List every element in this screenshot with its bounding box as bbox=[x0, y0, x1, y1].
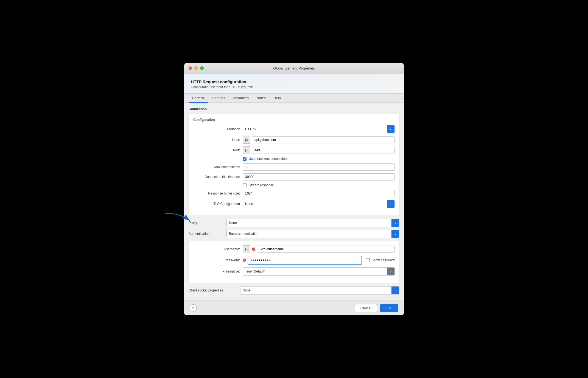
username-input[interactable] bbox=[257, 246, 395, 253]
proxy-select-arrow: ⌄ bbox=[391, 219, 399, 227]
tls-control: None ⌄ bbox=[243, 200, 395, 208]
tls-row: TLS Configuration None ⌄ bbox=[193, 200, 395, 208]
username-control: fx ✕ bbox=[243, 245, 395, 253]
tabs-container: General Settings Advanced Notes Help bbox=[184, 94, 404, 103]
protocol-row: Protocol: HTTPS HTTP ⌄ bbox=[193, 125, 395, 133]
persistent-connections-label: Use persistent connections bbox=[249, 157, 288, 161]
response-buffer-row: Response buffer size: bbox=[193, 190, 395, 197]
persistent-connections-row: Use persistent connections bbox=[193, 157, 395, 161]
client-socket-select-arrow: ⌄ bbox=[391, 287, 399, 294]
minimize-button[interactable] bbox=[194, 66, 198, 70]
auth-select-wrapper[interactable]: Basic authentication None ⌄ bbox=[226, 230, 399, 238]
connection-section-label: Connection bbox=[189, 107, 399, 111]
ok-button[interactable]: OK bbox=[380, 304, 398, 312]
auth-section: Authentication Basic authentication None… bbox=[189, 230, 399, 283]
host-fx-button[interactable]: fx bbox=[243, 136, 250, 144]
response-buffer-input[interactable] bbox=[243, 190, 395, 197]
preemptive-select-wrapper[interactable]: True (Default) False ⌄ bbox=[243, 267, 395, 276]
show-password-label: Show password bbox=[371, 258, 395, 262]
preemptive-label: Preemptive: bbox=[193, 269, 243, 273]
auth-select-arrow: ⌄ bbox=[391, 230, 399, 238]
auth-card: Username: fx ✕ Password: ✕ bbox=[189, 241, 399, 283]
client-socket-row: Client socket properties None ⌄ bbox=[189, 286, 399, 294]
max-connections-row: Max connections: bbox=[193, 163, 395, 171]
tab-general[interactable]: General bbox=[189, 94, 208, 103]
preemptive-control: True (Default) False ⌄ bbox=[243, 267, 395, 276]
window-controls bbox=[189, 66, 204, 70]
tab-notes[interactable]: Notes bbox=[253, 94, 269, 103]
host-input[interactable] bbox=[252, 136, 395, 143]
dialog-header: HTTP Request configuration Configuration… bbox=[184, 74, 404, 94]
configuration-card: Configuration Protocol: HTTPS HTTP ⌄ bbox=[189, 113, 399, 215]
tls-select[interactable]: None bbox=[243, 201, 387, 207]
password-error-indicator: ✕ bbox=[243, 259, 246, 262]
proxy-select-wrapper[interactable]: None ⌄ bbox=[226, 219, 399, 227]
password-input[interactable] bbox=[248, 256, 362, 265]
idle-timeout-input[interactable] bbox=[243, 173, 395, 180]
preemptive-select-arrow: ⌄ bbox=[387, 268, 394, 275]
tls-label: TLS Configuration bbox=[193, 202, 243, 206]
port-row: Port: fx bbox=[193, 146, 395, 154]
tab-advanced[interactable]: Advanced bbox=[229, 94, 252, 103]
footer-buttons: Cancel OK bbox=[355, 304, 398, 312]
auth-select[interactable]: Basic authentication None bbox=[227, 230, 391, 237]
host-label: Host: bbox=[193, 138, 243, 142]
show-password-checkbox[interactable] bbox=[366, 258, 370, 262]
dialog-title: Global Element Properties bbox=[273, 66, 315, 70]
dialog-footer: ? Cancel OK bbox=[184, 301, 404, 315]
tls-select-arrow: ⌄ bbox=[387, 200, 394, 208]
username-row: Username: fx ✕ bbox=[193, 245, 395, 253]
response-buffer-control bbox=[243, 190, 395, 197]
response-buffer-label: Response buffer size: bbox=[193, 191, 243, 195]
proxy-label: Proxy bbox=[189, 221, 224, 225]
tab-settings[interactable]: Settings bbox=[209, 94, 228, 103]
client-socket-select-wrapper[interactable]: None ⌄ bbox=[240, 286, 399, 294]
idle-timeout-control bbox=[243, 173, 395, 180]
username-error-indicator: ✕ bbox=[252, 248, 255, 251]
stream-response-row: Stream response bbox=[193, 183, 395, 187]
maximize-button[interactable] bbox=[200, 66, 204, 70]
cancel-button[interactable]: Cancel bbox=[355, 304, 377, 312]
max-connections-control bbox=[243, 163, 395, 171]
proxy-select[interactable]: None bbox=[227, 219, 391, 226]
client-socket-label: Client socket properties bbox=[189, 288, 238, 292]
help-button[interactable]: ? bbox=[190, 304, 197, 312]
title-bar: Global Element Properties bbox=[184, 63, 404, 74]
preemptive-select[interactable]: True (Default) False bbox=[243, 268, 387, 275]
max-connections-input[interactable] bbox=[243, 163, 395, 171]
tls-select-wrapper[interactable]: None ⌄ bbox=[243, 200, 395, 208]
protocol-control: HTTPS HTTP ⌄ bbox=[243, 125, 395, 133]
host-row: Host: fx bbox=[193, 136, 395, 144]
host-control: fx bbox=[243, 136, 395, 144]
persistent-connections-checkbox[interactable] bbox=[243, 157, 247, 161]
header-title: HTTP Request configuration bbox=[191, 79, 397, 84]
auth-row: Authentication Basic authentication None… bbox=[189, 230, 399, 238]
password-label: Password: bbox=[193, 258, 243, 262]
client-socket-select[interactable]: None bbox=[240, 287, 391, 294]
auth-label: Authentication bbox=[189, 232, 224, 236]
proxy-row: Proxy None ⌄ bbox=[189, 219, 399, 227]
password-row: Password: ✕ Show password bbox=[193, 256, 395, 265]
port-control: fx bbox=[243, 146, 395, 154]
show-password-wrapper: Show password bbox=[366, 258, 395, 262]
port-input[interactable] bbox=[252, 147, 395, 154]
username-fx-button[interactable]: fx bbox=[243, 245, 250, 253]
stream-response-label: Stream response bbox=[249, 183, 274, 187]
protocol-label: Protocol: bbox=[193, 127, 243, 131]
max-connections-label: Max connections: bbox=[193, 165, 243, 169]
close-button[interactable] bbox=[189, 66, 192, 70]
protocol-select-wrapper[interactable]: HTTPS HTTP ⌄ bbox=[243, 125, 395, 133]
tab-help[interactable]: Help bbox=[270, 94, 284, 103]
dialog: Global Element Properties HTTP Request c… bbox=[184, 63, 404, 315]
preemptive-row: Preemptive: True (Default) False ⌄ bbox=[193, 267, 395, 276]
dialog-content: Connection Configuration Protocol: HTTPS… bbox=[184, 103, 404, 301]
protocol-select[interactable]: HTTPS HTTP bbox=[243, 126, 387, 132]
username-label: Username: bbox=[193, 247, 243, 251]
port-fx-button[interactable]: fx bbox=[243, 146, 250, 154]
port-label: Port: bbox=[193, 148, 243, 152]
stream-response-checkbox[interactable] bbox=[243, 183, 247, 187]
protocol-select-arrow: ⌄ bbox=[387, 125, 394, 133]
password-control: ✕ Show password bbox=[243, 256, 395, 265]
idle-timeout-label: Connection idle timeout: bbox=[193, 175, 243, 179]
header-subtitle: Configuration element for a HTTP request… bbox=[191, 85, 397, 89]
